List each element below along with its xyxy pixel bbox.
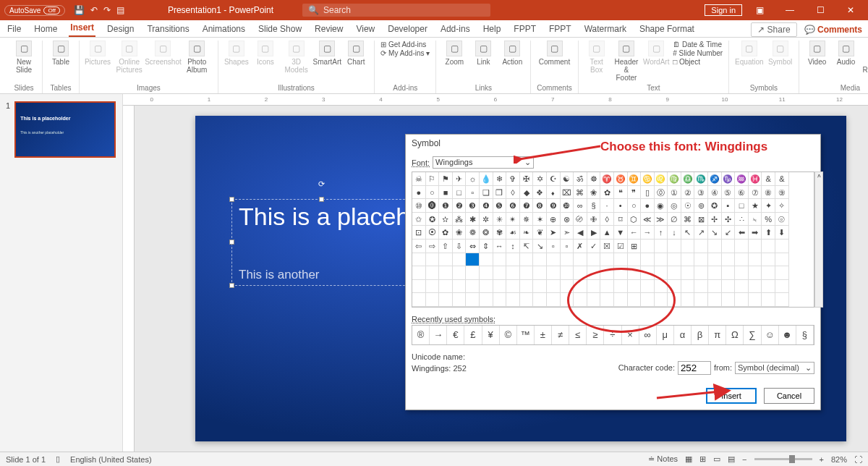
slideshow-view-icon[interactable]: ▤ [728,454,735,464]
symbol-cell[interactable] [493,266,507,280]
symbol-cell[interactable]: ☑ [614,240,628,253]
symbol-cell[interactable]: ⇨ [426,240,440,253]
symbol-cell[interactable]: ⚐ [426,172,440,186]
symbol-cell[interactable]: ⑤ [722,186,736,200]
symbol-cell[interactable] [480,280,493,294]
symbol-cell[interactable]: ♉ [614,172,628,186]
symbol-cell[interactable]: ⑩ [412,199,426,213]
charcode-input[interactable] [678,361,711,375]
symbol-cell[interactable] [762,253,775,267]
symbol-cell[interactable] [506,266,520,280]
symbol-cell[interactable]: ❑ [480,186,493,200]
symbol-cell[interactable]: ● [641,199,655,213]
symbol-cell[interactable] [749,266,762,280]
symbol-cell[interactable]: ❼ [520,199,534,213]
symbol-cell[interactable]: ⊚ [694,199,708,213]
ribbon-chart[interactable]: ▢Chart [344,41,368,66]
ribbon-symbol[interactable]: ▢Symbol [768,41,793,66]
symbol-cell[interactable] [694,293,708,307]
ribbon-item[interactable]: □ Object [673,58,723,66]
symbol-cell[interactable] [775,266,789,280]
comments-button[interactable]: 💬 Comments [804,25,862,35]
search-box[interactable]: 🔍 Search [302,4,490,17]
symbol-cell[interactable]: ◉ [655,199,668,213]
minimize-icon[interactable]: — [777,5,803,15]
symbol-cell[interactable]: ⍀ [749,213,762,226]
symbol-cell[interactable] [533,266,547,280]
symbol-cell[interactable] [614,253,628,267]
symbol-cell[interactable]: ⊗ [561,213,574,226]
symbol-cell[interactable] [453,280,467,294]
normal-view-icon[interactable]: ▦ [685,454,692,464]
symbol-cell[interactable]: ✧ [775,199,789,213]
ribbon-icons[interactable]: ▢Icons [253,41,278,66]
symbol-cell[interactable] [641,240,655,253]
tab-slide-show[interactable]: Slide Show [257,21,303,37]
cancel-button[interactable]: Cancel [764,388,814,404]
symbol-cell[interactable]: ⊡ [412,226,426,240]
symbol-cell[interactable]: ⇩ [453,240,467,253]
symbol-cell[interactable]: ∅ [668,213,681,226]
autosave-toggle[interactable]: AutoSave Off [4,5,65,16]
symbol-cell[interactable]: ▶ [587,226,601,240]
undo-icon[interactable]: ↶ [90,5,98,15]
ribbon-zoom[interactable]: ▢Zoom [442,41,467,66]
symbol-cell[interactable]: ✓ [587,240,601,253]
symbol-cell[interactable]: ☯ [561,172,574,186]
ribbon-display-icon[interactable]: ▣ [746,5,773,15]
ribbon-audio[interactable]: ▢Audio [834,41,859,66]
symbol-cell[interactable]: ❒ [493,186,507,200]
symbol-cell[interactable] [533,280,547,294]
symbol-cell[interactable] [735,253,749,267]
symbol-cell[interactable]: ∞ [574,199,587,213]
symbol-cell[interactable]: ⊕ [547,213,561,226]
symbol-cell[interactable] [412,253,426,267]
symbol-cell[interactable]: ☉ [681,199,695,213]
symbol-cell[interactable]: ☪ [547,172,561,186]
symbol-cell[interactable] [412,293,426,307]
symbol-cell[interactable] [708,293,722,307]
symbol-cell[interactable] [439,280,453,294]
symbol-cell[interactable] [775,253,789,267]
tab-developer[interactable]: Developer [386,21,429,37]
symbol-cell[interactable]: ⁂ [453,213,467,226]
symbol-cell[interactable]: ○ [426,186,440,200]
symbol-cell[interactable]: ❸ [466,199,480,213]
symbol-cell[interactable]: ≪ [641,213,655,226]
recent-symbol[interactable]: ® [412,326,430,344]
symbol-cell[interactable]: ✴ [506,213,520,226]
symbol-cell[interactable] [668,266,681,280]
recent-symbol[interactable]: ∑ [744,326,761,344]
symbol-cell[interactable] [587,253,601,267]
signin-button[interactable]: Sign in [705,4,742,16]
maximize-icon[interactable]: ☐ [807,5,833,15]
symbol-cell[interactable] [480,266,493,280]
symbol-cell[interactable]: □ [453,186,467,200]
symbol-cell[interactable] [506,280,520,294]
symbol-cell[interactable]: ⚑ [439,172,453,186]
symbol-cell[interactable]: ♊ [628,172,642,186]
symbol-cell[interactable]: ∴ [735,213,749,226]
symbol-cell[interactable]: ♋ [641,172,655,186]
symbol-cell[interactable] [694,240,708,253]
symbol-cell[interactable]: ♒ [735,172,749,186]
symbol-cell[interactable] [749,240,762,253]
symbol-cell[interactable]: ⌘ [681,213,695,226]
recent-symbol[interactable]: π [709,326,726,344]
symbol-cell[interactable]: ✿ [600,186,614,200]
ribbon-pictures[interactable]: ▢Pictures [85,41,110,66]
symbol-cell[interactable]: ① [668,186,681,200]
symbol-cell[interactable]: ♑ [722,172,736,186]
symbol-cell[interactable] [547,266,561,280]
symbol-cell[interactable] [426,266,440,280]
tab-transitions[interactable]: Transitions [145,21,190,37]
symbol-cell[interactable] [520,293,534,307]
symbol-cell[interactable]: ⦿ [426,226,440,240]
symbol-cell[interactable]: ↸ [520,240,534,253]
symbol-cell[interactable] [655,240,668,253]
symbol-cell[interactable]: ≫ [655,213,668,226]
symbol-cell[interactable] [775,293,789,307]
symbol-cell[interactable]: ☠ [412,172,426,186]
symbol-cell[interactable] [749,293,762,307]
ribbon-video[interactable]: ▢Video [805,41,830,66]
